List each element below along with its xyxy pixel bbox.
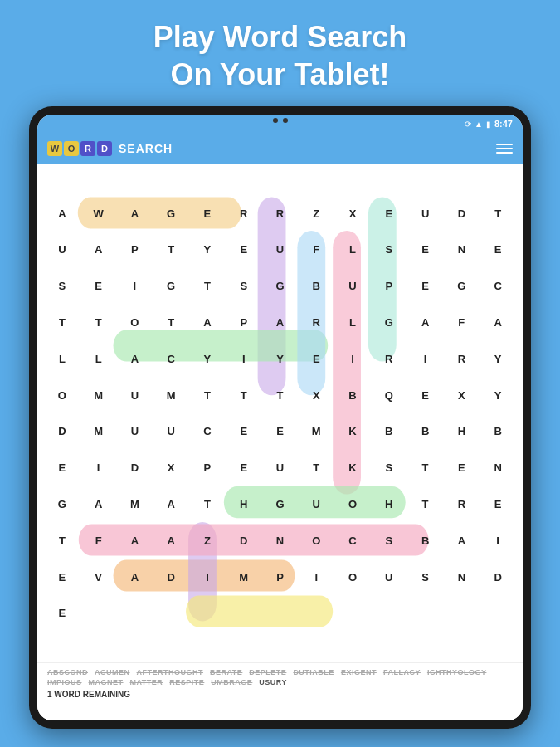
- grid-cell-5-2[interactable]: I: [407, 340, 444, 377]
- grid-cell-4-6[interactable]: A: [117, 340, 153, 377]
- grid-cell-5-9[interactable]: T: [189, 377, 226, 413]
- grid-cell-2-10[interactable]: U: [334, 268, 371, 305]
- grid-cell-4-9[interactable]: I: [226, 340, 262, 377]
- grid-cell-8-11[interactable]: A: [153, 486, 189, 523]
- grid-cell-7-3[interactable]: B: [371, 413, 407, 450]
- grid-cell-6-6[interactable]: D: [44, 413, 80, 450]
- grid-cell-9-10[interactable]: F: [80, 522, 117, 559]
- grid-cell-8-1[interactable]: U: [262, 450, 299, 486]
- grid-cell-1-10[interactable]: S: [371, 232, 407, 268]
- grid-cell-2-2[interactable]: S: [44, 268, 80, 305]
- grid-cell-2-11[interactable]: P: [371, 268, 407, 305]
- grid-cell-9-5[interactable]: H: [371, 486, 407, 523]
- grid-cell-2-8[interactable]: G: [262, 268, 299, 305]
- grid-cell-10-8[interactable]: A: [443, 522, 480, 559]
- grid-cell-3-5[interactable]: O: [117, 305, 153, 341]
- grid-cell-4-1[interactable]: A: [407, 305, 444, 341]
- grid-cell-8-5[interactable]: T: [407, 450, 444, 486]
- grid-cell-10-9[interactable]: I: [480, 522, 516, 559]
- grid-cell-11-3[interactable]: M: [226, 559, 262, 595]
- grid-cell-4-3[interactable]: A: [480, 305, 516, 341]
- grid-cell-3-0[interactable]: E: [407, 268, 444, 305]
- grid-cell-8-4[interactable]: S: [371, 450, 407, 486]
- grid-cell-1-1[interactable]: U: [44, 232, 80, 268]
- grid-cell-3-7[interactable]: A: [189, 305, 226, 341]
- grid-cell-0-7[interactable]: Z: [298, 195, 334, 232]
- grid-cell-8-2[interactable]: T: [298, 450, 334, 486]
- grid-cell-7-1[interactable]: M: [298, 413, 334, 450]
- grid-cell-10-3[interactable]: N: [262, 522, 299, 559]
- grid-cell-5-7[interactable]: U: [117, 377, 153, 413]
- grid-cell-8-7[interactable]: N: [480, 450, 516, 486]
- grid-cell-6-4[interactable]: X: [443, 377, 480, 413]
- grid-cell-11-2[interactable]: I: [189, 559, 226, 595]
- grid-cell-5-0[interactable]: I: [334, 340, 371, 377]
- grid-cell-6-7[interactable]: M: [80, 413, 117, 450]
- grid-cell-5-6[interactable]: M: [80, 377, 117, 413]
- grid-cell-1-4[interactable]: T: [153, 232, 189, 268]
- grid-cell-3-10[interactable]: R: [298, 305, 334, 341]
- grid-cell-5-3[interactable]: R: [443, 340, 480, 377]
- grid-cell-3-8[interactable]: P: [226, 305, 262, 341]
- grid-cell-10-10[interactable]: E: [44, 559, 80, 595]
- grid-cell-10-1[interactable]: Z: [189, 522, 226, 559]
- grid-cell-9-6[interactable]: T: [407, 486, 444, 523]
- grid-cell-2-0[interactable]: N: [443, 232, 480, 268]
- grid-cell-6-1[interactable]: B: [334, 377, 371, 413]
- grid-cell-9-4[interactable]: O: [334, 486, 371, 523]
- grid-cell-1-2[interactable]: A: [80, 232, 117, 268]
- grid-cell-11-0[interactable]: A: [117, 559, 153, 595]
- grid-cell-10-0[interactable]: A: [153, 522, 189, 559]
- grid-cell-1-9[interactable]: L: [334, 232, 371, 268]
- grid-cell-5-11[interactable]: T: [262, 377, 299, 413]
- grid-cell-11-7[interactable]: U: [371, 559, 407, 595]
- grid-cell-9-0[interactable]: T: [189, 486, 226, 523]
- grid-cell-6-11[interactable]: E: [226, 413, 262, 450]
- grid-cell-5-10[interactable]: T: [226, 377, 262, 413]
- grid-cell-0-5[interactable]: R: [226, 195, 262, 232]
- grid-cell-7-10[interactable]: X: [153, 450, 189, 486]
- menu-button[interactable]: [496, 144, 513, 154]
- grid-cell-11-10[interactable]: D: [480, 559, 516, 595]
- grid-cell-1-6[interactable]: E: [226, 232, 262, 268]
- grid-cell-4-8[interactable]: Y: [189, 340, 226, 377]
- grid-cell-11-9[interactable]: N: [443, 559, 480, 595]
- grid-cell-10-11[interactable]: V: [80, 559, 117, 595]
- grid-cell-6-8[interactable]: U: [117, 413, 153, 450]
- grid-cell-2-4[interactable]: I: [117, 268, 153, 305]
- grid-cell-7-11[interactable]: P: [189, 450, 226, 486]
- grid-cell-0-3[interactable]: G: [153, 195, 189, 232]
- grid-cell-6-3[interactable]: E: [407, 377, 444, 413]
- grid-cell-11-5[interactable]: I: [298, 559, 334, 595]
- grid-cell-0-8[interactable]: X: [334, 195, 371, 232]
- grid-cell-3-4[interactable]: T: [80, 305, 117, 341]
- grid-cell-9-2[interactable]: G: [262, 486, 299, 523]
- grid-cell-8-8[interactable]: G: [44, 486, 80, 523]
- grid-cell-9-11[interactable]: A: [117, 522, 153, 559]
- grid-cell-10-4[interactable]: O: [298, 522, 334, 559]
- grid-cell-8-3[interactable]: K: [334, 450, 371, 486]
- grid-cell-2-7[interactable]: S: [226, 268, 262, 305]
- grid-cell-5-4[interactable]: Y: [480, 340, 516, 377]
- grid-cell-7-8[interactable]: I: [80, 450, 117, 486]
- grid-cell-4-0[interactable]: G: [371, 305, 407, 341]
- grid-cell-6-10[interactable]: C: [189, 413, 226, 450]
- grid-cell-0-6[interactable]: R: [262, 195, 299, 232]
- grid-cell-9-3[interactable]: U: [298, 486, 334, 523]
- grid-cell-7-6[interactable]: B: [480, 413, 516, 450]
- grid-cell-9-1[interactable]: H: [226, 486, 262, 523]
- grid-cell-7-5[interactable]: H: [443, 413, 480, 450]
- grid-cell-11-6[interactable]: O: [334, 559, 371, 595]
- grid-cell-0-10[interactable]: U: [407, 195, 444, 232]
- grid-cell-7-2[interactable]: K: [334, 413, 371, 450]
- grid-cell-7-9[interactable]: D: [117, 450, 153, 486]
- grid-cell-4-7[interactable]: C: [153, 340, 189, 377]
- grid-cell-8-10[interactable]: M: [117, 486, 153, 523]
- grid-cell-8-9[interactable]: A: [80, 486, 117, 523]
- grid-cell-10-2[interactable]: D: [226, 522, 262, 559]
- grid-cell-2-1[interactable]: E: [480, 232, 516, 268]
- grid-cell-5-1[interactable]: R: [371, 340, 407, 377]
- grid-cell-0-4[interactable]: E: [189, 195, 226, 232]
- grid-cell-2-3[interactable]: E: [80, 268, 117, 305]
- grid-cell-5-5[interactable]: O: [44, 377, 80, 413]
